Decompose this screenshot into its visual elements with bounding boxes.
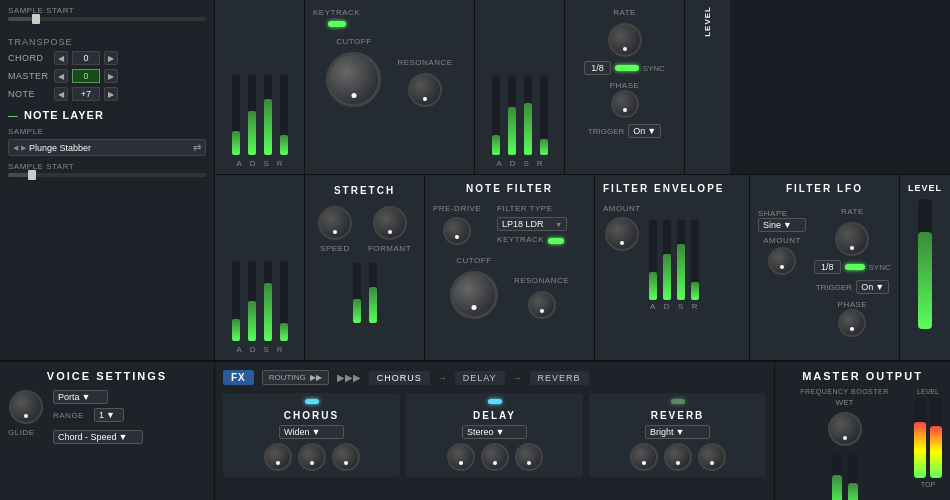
chord-down-btn[interactable]: ◀ bbox=[54, 51, 68, 65]
fe-fader-track-a[interactable] bbox=[649, 220, 657, 300]
fader-track-d-3[interactable] bbox=[248, 261, 256, 341]
level-meter-1[interactable] bbox=[914, 398, 926, 478]
formant-knob[interactable] bbox=[373, 206, 407, 240]
stretch-knobs: SPEED FORMANT bbox=[318, 206, 411, 253]
keytrack-label: KEYTRACK bbox=[313, 8, 360, 17]
fader-track-s-1[interactable] bbox=[264, 75, 272, 155]
delay-preset-dropdown[interactable]: Stereo ▼ bbox=[462, 425, 527, 439]
flfo-phase-section: PHASE bbox=[838, 298, 868, 337]
sample-start-slider-1[interactable] bbox=[8, 17, 206, 21]
sample-prev-icon[interactable]: ◀ bbox=[13, 144, 18, 152]
rate-value-top: 1/8 bbox=[584, 61, 611, 75]
delay-led[interactable] bbox=[488, 399, 502, 404]
glide-type-dropdown[interactable]: Porta ▼ bbox=[53, 390, 108, 404]
reverb-led[interactable] bbox=[671, 399, 685, 404]
sample-selector[interactable]: ◀ ▶ Plunge Stabber ⇄ bbox=[8, 139, 206, 156]
sample-start-label-2: SAMPLE START bbox=[8, 162, 206, 171]
sample-start-slider-2[interactable] bbox=[8, 173, 206, 177]
fader-track-a-1[interactable] bbox=[232, 75, 240, 155]
fader-track-r-1[interactable] bbox=[280, 75, 288, 155]
chorus-knob-1[interactable] bbox=[264, 443, 292, 471]
speed-type-dropdown[interactable]: Chord - Speed ▼ bbox=[53, 430, 143, 444]
reverb-knob-2[interactable] bbox=[664, 443, 692, 471]
delay-knob-1[interactable] bbox=[447, 443, 475, 471]
freq-wet-knob[interactable] bbox=[828, 412, 862, 446]
chorus-preset-dropdown[interactable]: Widen ▼ bbox=[279, 425, 344, 439]
fader-track-d-2[interactable] bbox=[508, 75, 516, 155]
freq-fader-1[interactable] bbox=[832, 453, 842, 500]
note-down-btn[interactable]: ◀ bbox=[54, 87, 68, 101]
phase-knob-top[interactable] bbox=[611, 90, 639, 118]
glide-knob[interactable] bbox=[9, 390, 43, 424]
fx-chain-arrows: ▶▶▶ bbox=[337, 372, 361, 383]
flfo-shape-dropdown[interactable]: Sine ▼ bbox=[758, 218, 806, 232]
nf-cutoff-knob[interactable] bbox=[450, 271, 498, 319]
trigger-dropdown-top[interactable]: On ▼ bbox=[628, 124, 661, 138]
flfo-right: RATE 1/8 SYNC TRIGGER bbox=[814, 207, 891, 337]
fe-fader-track-s[interactable] bbox=[677, 220, 685, 300]
upper-right-row: A D S R KEYTRACK bbox=[215, 0, 950, 175]
fader-track-r-3[interactable] bbox=[280, 261, 288, 341]
chord-up-btn[interactable]: ▶ bbox=[104, 51, 118, 65]
keytrack-led[interactable] bbox=[328, 21, 346, 27]
sample-next-icon[interactable]: ▶ bbox=[21, 144, 26, 152]
chorus-led[interactable] bbox=[305, 399, 319, 404]
flfo-amount-knob[interactable] bbox=[768, 247, 796, 275]
range-dropdown[interactable]: 1 ▼ bbox=[94, 408, 124, 422]
sync-led-top[interactable] bbox=[615, 65, 639, 71]
reverb-knob-1[interactable] bbox=[630, 443, 658, 471]
stretch-fader-1[interactable] bbox=[353, 263, 361, 323]
flfo-sync-led[interactable] bbox=[845, 264, 865, 270]
freq-fader-2[interactable] bbox=[848, 453, 858, 500]
speed-knob[interactable] bbox=[318, 206, 352, 240]
reverb-preset-dropdown[interactable]: Bright ▼ bbox=[645, 425, 710, 439]
delay-knob-2[interactable] bbox=[481, 443, 509, 471]
fader-d-3 bbox=[248, 261, 256, 341]
fe-amount-knob[interactable] bbox=[605, 217, 639, 251]
chorus-knob-2[interactable] bbox=[298, 443, 326, 471]
fader-track-a-3[interactable] bbox=[232, 261, 240, 341]
speed-type-value: Chord - Speed bbox=[58, 432, 117, 442]
fe-fader-track-r[interactable] bbox=[691, 220, 699, 300]
flfo-trigger-dropdown[interactable]: On ▼ bbox=[856, 280, 889, 294]
chorus-dot-1 bbox=[276, 461, 280, 465]
reverb-knob-3[interactable] bbox=[698, 443, 726, 471]
filter-type-dropdown[interactable]: LP18 LDR ▼ bbox=[497, 217, 567, 231]
master-up-btn[interactable]: ▶ bbox=[104, 69, 118, 83]
flfo-trigger-row: TRIGGER On ▼ bbox=[816, 280, 889, 294]
formant-label: FORMANT bbox=[368, 244, 411, 253]
chorus-knob-3[interactable] bbox=[332, 443, 360, 471]
reverb-dot-1 bbox=[642, 461, 646, 465]
nf-resonance-knob[interactable] bbox=[528, 291, 556, 319]
delay-knob-3[interactable] bbox=[515, 443, 543, 471]
delay-title: DELAY bbox=[473, 410, 516, 421]
adsr-faders-3 bbox=[219, 181, 300, 345]
nf-cutoff-dot bbox=[471, 305, 476, 310]
rate-knob-top[interactable] bbox=[608, 23, 642, 57]
fader-track-s-2[interactable] bbox=[524, 75, 532, 155]
resonance-knob[interactable] bbox=[408, 73, 442, 107]
fader-track-a-2[interactable] bbox=[492, 75, 500, 155]
level-meter-2[interactable] bbox=[930, 398, 942, 478]
reverb-dot-3 bbox=[710, 461, 714, 465]
delay-preset-value: Stereo bbox=[467, 427, 494, 437]
keytrack-led-nf[interactable] bbox=[548, 238, 564, 244]
shuffle-icon[interactable]: ⇄ bbox=[193, 142, 201, 153]
fx-routing-btn[interactable]: ROUTING ▶▶ bbox=[262, 370, 329, 385]
stretch-fader-2[interactable] bbox=[369, 263, 377, 323]
predrive-knob[interactable] bbox=[443, 217, 471, 245]
trigger-row-top: TRIGGER On ▼ bbox=[588, 124, 661, 138]
level-fader[interactable] bbox=[918, 199, 932, 329]
cutoff-knob[interactable] bbox=[326, 52, 381, 107]
fader-track-s-3[interactable] bbox=[264, 261, 272, 341]
master-down-btn[interactable]: ◀ bbox=[54, 69, 68, 83]
flfo-rate-knob[interactable] bbox=[835, 222, 869, 256]
rate-dot-top bbox=[623, 47, 627, 51]
note-up-btn[interactable]: ▶ bbox=[104, 87, 118, 101]
fader-track-r-2[interactable] bbox=[540, 75, 548, 155]
flfo-phase-knob[interactable] bbox=[838, 309, 866, 337]
fader-track-d-1[interactable] bbox=[248, 75, 256, 155]
fe-fader-track-d[interactable] bbox=[663, 220, 671, 300]
master-output-title: MASTER OUTPUT bbox=[783, 370, 942, 382]
filter-envelope-title: FILTER ENVELOPE bbox=[603, 183, 741, 194]
